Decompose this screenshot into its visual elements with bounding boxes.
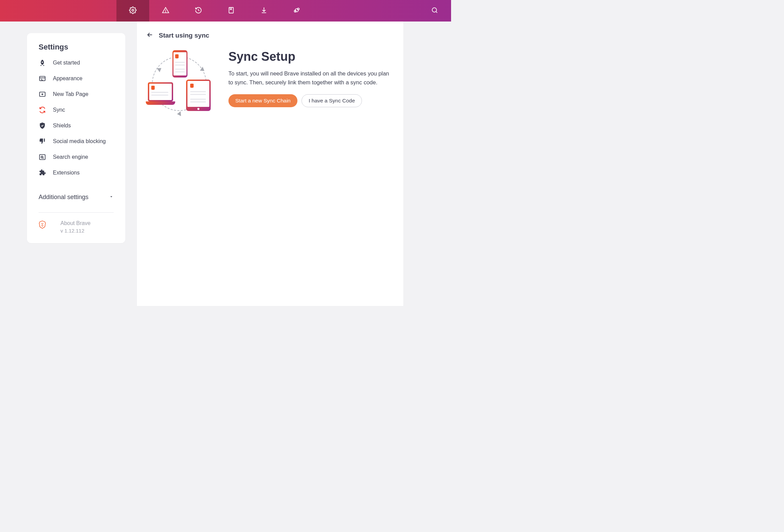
page-header: Start using sync bbox=[144, 28, 394, 43]
tab-downloads[interactable] bbox=[248, 0, 280, 22]
sidebar-item-shields[interactable]: Shields bbox=[27, 118, 125, 134]
sidebar-item-label: Appearance bbox=[53, 75, 82, 82]
bookmark-icon bbox=[227, 6, 235, 15]
tab-history[interactable] bbox=[182, 0, 215, 22]
sidebar-item-label: Social media blocking bbox=[53, 138, 106, 144]
chevron-down-icon bbox=[109, 194, 114, 201]
appearance-icon bbox=[39, 75, 46, 82]
back-button[interactable] bbox=[144, 30, 155, 41]
gear-icon bbox=[129, 6, 137, 15]
rewards-icon bbox=[293, 6, 300, 15]
sidebar-item-new-tab[interactable]: New Tab Page bbox=[27, 86, 125, 102]
puzzle-icon bbox=[39, 169, 46, 177]
additional-settings-toggle[interactable]: Additional settings bbox=[27, 185, 125, 207]
have-sync-code-button[interactable]: I have a Sync Code bbox=[302, 94, 362, 107]
settings-sidebar: Settings Get started Appearance New Tab … bbox=[27, 33, 125, 243]
rocket-icon bbox=[39, 59, 46, 67]
start-sync-chain-button[interactable]: Start a new Sync Chain bbox=[228, 94, 297, 107]
sidebar-item-appearance[interactable]: Appearance bbox=[27, 71, 125, 86]
thumbs-down-icon bbox=[39, 138, 46, 145]
sidebar-item-sync[interactable]: Sync bbox=[27, 102, 125, 118]
new-tab-icon bbox=[39, 90, 46, 98]
tab-bookmarks[interactable] bbox=[215, 0, 248, 22]
tab-security[interactable] bbox=[149, 0, 182, 22]
sync-icon bbox=[39, 106, 46, 114]
search-box-icon bbox=[39, 153, 46, 161]
toolbar-tabs bbox=[116, 0, 313, 22]
sidebar-item-label: New Tab Page bbox=[53, 91, 88, 97]
tab-rewards[interactable] bbox=[280, 0, 313, 22]
sidebar-item-label: Shields bbox=[53, 123, 71, 129]
additional-settings-label: Additional settings bbox=[39, 194, 88, 201]
tab-settings[interactable] bbox=[116, 0, 149, 22]
sidebar-item-label: Extensions bbox=[53, 170, 80, 176]
svg-point-1 bbox=[165, 12, 166, 12]
main-content: Start using sync bbox=[137, 22, 403, 306]
brave-logo-icon bbox=[39, 220, 46, 229]
download-icon bbox=[260, 6, 268, 15]
sidebar-item-label: Sync bbox=[53, 107, 65, 113]
sync-heading: Sync Setup bbox=[228, 50, 394, 64]
warning-triangle-icon bbox=[162, 6, 169, 15]
sidebar-item-label: Search engine bbox=[53, 154, 88, 160]
history-icon bbox=[195, 6, 202, 15]
sync-description: To start, you will need Brave installed … bbox=[228, 69, 394, 87]
sidebar-item-get-started[interactable]: Get started bbox=[27, 55, 125, 71]
svg-point-6 bbox=[432, 8, 437, 12]
sidebar-title: Settings bbox=[27, 43, 125, 55]
about-label: About Brave bbox=[60, 220, 90, 226]
svg-rect-9 bbox=[40, 155, 45, 160]
svg-point-4 bbox=[297, 8, 299, 10]
sidebar-item-about[interactable]: About Brave v 1.12.112 bbox=[27, 213, 125, 234]
about-version: v 1.12.112 bbox=[60, 228, 90, 234]
page-title: Start using sync bbox=[159, 32, 209, 39]
search-button[interactable] bbox=[426, 0, 443, 22]
arrow-left-icon bbox=[146, 31, 154, 40]
sidebar-item-social-blocking[interactable]: Social media blocking bbox=[27, 134, 125, 149]
sync-illustration bbox=[146, 50, 214, 118]
top-toolbar bbox=[0, 0, 451, 22]
search-icon bbox=[431, 6, 438, 15]
sidebar-item-extensions[interactable]: Extensions bbox=[27, 165, 125, 181]
sidebar-item-label: Get started bbox=[53, 60, 80, 66]
svg-point-0 bbox=[132, 9, 134, 11]
svg-point-10 bbox=[41, 156, 43, 158]
sidebar-item-search-engine[interactable]: Search engine bbox=[27, 149, 125, 165]
shield-icon bbox=[39, 122, 46, 129]
